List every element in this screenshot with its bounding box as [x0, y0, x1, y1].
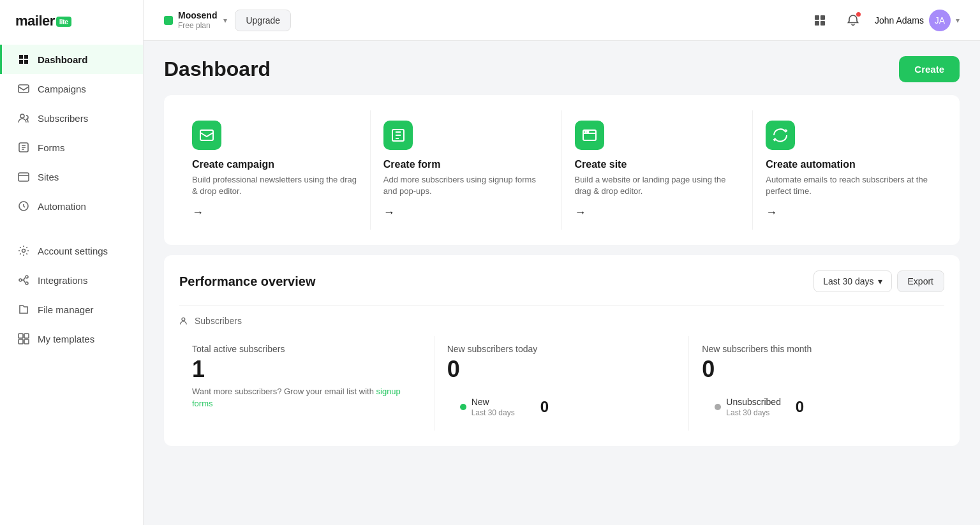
sidebar-item-forms[interactable]: Forms — [0, 133, 143, 162]
sidebar-item-label: My templates — [38, 334, 94, 344]
quick-action-create-campaign[interactable]: Create campaign Build professional newsl… — [179, 110, 371, 230]
sidebar-item-label: Dashboard — [38, 54, 87, 65]
grid-icon — [813, 14, 826, 27]
sub-stat-name: New — [471, 396, 515, 408]
create-campaign-icon-wrap — [192, 121, 221, 150]
workspace-name: Moosend — [178, 10, 217, 21]
sub-stat-unsubscribed: Unsubscribed Last 30 days 0 — [702, 391, 817, 423]
total-active-hint: Want more subscribers? Grow your email l… — [192, 386, 421, 409]
sidebar-item-file-manager[interactable]: File manager — [0, 295, 143, 324]
new-today-value: 0 — [447, 358, 676, 381]
quick-actions-grid: Create campaign Build professional newsl… — [179, 110, 944, 230]
page-content: Dashboard Create Create campaign Build p… — [144, 41, 980, 525]
period-selector[interactable]: Last 30 days ▾ — [813, 270, 891, 292]
svg-point-7 — [26, 282, 28, 285]
stat-new-today: New subscribers today 0 New Last 30 days — [434, 336, 690, 431]
svg-point-5 — [19, 279, 22, 281]
workspace-info: Moosend Free plan — [178, 10, 217, 30]
stats-grid: Total active subscribers 1 Want more sub… — [179, 336, 944, 431]
action-desc: Add more subscribers using signup forms … — [383, 174, 549, 197]
svg-point-1 — [20, 114, 24, 118]
sub-stats-new: New Last 30 days 0 — [447, 391, 676, 423]
user-name: John Adams — [875, 15, 924, 26]
page-header: Dashboard Create — [164, 41, 960, 95]
export-button[interactable]: Export — [897, 270, 944, 292]
workspace-dot — [164, 16, 173, 25]
automation-icon — [17, 200, 30, 212]
perf-header: Performance overview Last 30 days ▾ Expo… — [179, 270, 944, 292]
user-menu[interactable]: John Adams JA ▾ — [875, 10, 960, 31]
stat-total-active: Total active subscribers 1 Want more sub… — [179, 336, 434, 431]
total-active-label: Total active subscribers — [192, 344, 421, 354]
action-title: Create form — [383, 159, 549, 170]
action-title: Create campaign — [192, 159, 357, 170]
sidebar-item-account-settings[interactable]: Account settings — [0, 236, 143, 265]
templates-icon — [17, 332, 30, 345]
action-title: Create site — [575, 159, 740, 170]
sub-stat-new: New Last 30 days 0 — [447, 391, 561, 423]
files-icon — [17, 303, 30, 316]
notification-badge — [856, 12, 861, 17]
form-icon — [390, 128, 406, 143]
sidebar-item-my-templates[interactable]: My templates — [0, 324, 143, 353]
logo-badge: lite — [56, 17, 71, 27]
svg-rect-15 — [820, 21, 825, 26]
svg-rect-3 — [19, 173, 29, 181]
stat-new-this-month: New subscribers this month 0 Unsubscribe… — [689, 336, 944, 431]
create-form-icon-wrap — [383, 121, 413, 150]
period-chevron-icon: ▾ — [878, 276, 882, 286]
subscribers-section-icon — [179, 316, 189, 326]
avatar: JA — [929, 10, 951, 31]
action-title: Create automation — [766, 159, 932, 170]
email-icon — [199, 128, 214, 143]
sidebar-item-integrations[interactable]: Integrations — [0, 265, 143, 295]
new-this-month-value: 0 — [702, 358, 932, 381]
action-arrow: → — [766, 206, 932, 219]
sidebar-item-sites[interactable]: Sites — [0, 162, 143, 191]
svg-rect-9 — [24, 334, 29, 338]
action-arrow: → — [383, 206, 549, 219]
quick-action-create-automation[interactable]: Create automation Automate emails to rea… — [753, 110, 944, 230]
action-desc: Build professional newsletters using the… — [192, 174, 357, 197]
logo-main: mailer — [15, 13, 55, 29]
campaigns-icon — [17, 82, 30, 95]
svg-rect-14 — [815, 21, 819, 26]
sub-stat-name: Unsubscribed — [726, 396, 781, 408]
sidebar-item-campaigns[interactable]: Campaigns — [0, 74, 143, 103]
svg-rect-13 — [820, 15, 825, 20]
svg-point-6 — [26, 276, 28, 278]
action-desc: Build a website or landing page using th… — [575, 174, 740, 197]
automation-action-icon — [773, 128, 788, 143]
sidebar-item-label: Forms — [38, 142, 65, 153]
svg-rect-0 — [19, 85, 29, 92]
period-label: Last 30 days — [823, 276, 873, 286]
subscribers-section: Subscribers Total active subscribers 1 W… — [179, 305, 944, 431]
sidebar-item-dashboard[interactable]: Dashboard — [0, 45, 143, 74]
svg-point-19 — [585, 131, 586, 133]
action-desc: Automate emails to reach subscribers at … — [766, 174, 932, 197]
forms-icon — [17, 141, 30, 154]
sidebar-item-subscribers[interactable]: Subscribers — [0, 103, 143, 133]
quick-action-create-form[interactable]: Create form Add more subscribers using s… — [371, 110, 562, 230]
sidebar-item-automation[interactable]: Automation — [0, 191, 143, 221]
grid-button[interactable] — [808, 9, 831, 32]
quick-action-create-site[interactable]: Create site Build a website or landing p… — [562, 110, 754, 230]
page-title: Dashboard — [164, 57, 271, 81]
create-button[interactable]: Create — [899, 56, 960, 82]
upgrade-button[interactable]: Upgrade — [235, 10, 291, 31]
svg-rect-16 — [200, 130, 213, 140]
sidebar-item-label: Automation — [38, 201, 86, 212]
main-area: Moosend Free plan ▾ Upgrade John Adams J… — [144, 0, 980, 525]
subscribers-section-label: Subscribers — [179, 316, 944, 326]
workspace-selector[interactable]: Moosend Free plan ▾ — [164, 10, 227, 30]
sidebar-item-label: Sites — [38, 172, 59, 182]
topbar-left: Moosend Free plan ▾ Upgrade — [164, 10, 291, 31]
svg-point-4 — [22, 249, 26, 253]
topbar-right: John Adams JA ▾ — [808, 9, 960, 32]
settings-icon — [17, 244, 30, 257]
sidebar: mailerlite Dashboard Campaigns Subscribe… — [0, 0, 144, 525]
sub-stat-value: 0 — [796, 398, 804, 416]
notification-button[interactable] — [842, 9, 865, 32]
sub-stat-value: 0 — [540, 398, 549, 416]
svg-rect-10 — [19, 339, 23, 344]
